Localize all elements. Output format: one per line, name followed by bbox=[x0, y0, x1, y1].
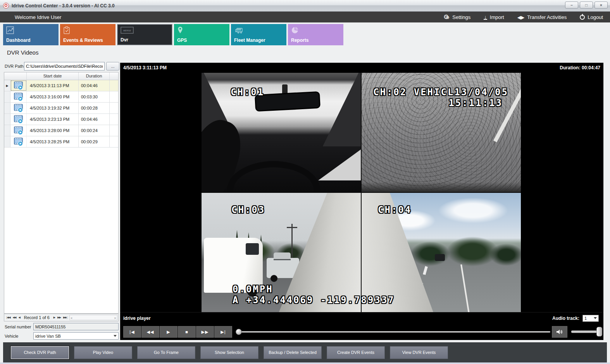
table-row[interactable]: 4/5/2013 3:23:13 PM 00:04:46 bbox=[4, 114, 118, 125]
start-date-cell: 4/5/2013 3:11:13 PM bbox=[27, 80, 79, 91]
import-button[interactable]: ↓ Import bbox=[484, 14, 504, 20]
scroll-right-icon[interactable]: ▶ bbox=[114, 316, 116, 319]
rewind-button[interactable]: ◀◀ bbox=[141, 326, 159, 338]
channel-3-video bbox=[202, 193, 361, 312]
next-record-button[interactable]: ▶ bbox=[53, 316, 55, 319]
clipboard-check-icon bbox=[63, 26, 70, 34]
bottom-action-bar: Check DVR Path Play Video Go To Frame Sh… bbox=[3, 342, 607, 362]
mute-button[interactable] bbox=[552, 326, 567, 338]
column-start-date[interactable]: Start date bbox=[27, 72, 79, 80]
power-icon bbox=[580, 15, 585, 20]
browse-button[interactable]: ... bbox=[106, 62, 119, 70]
table-header: Start date Duration bbox=[4, 72, 118, 80]
trucks-icon bbox=[234, 26, 244, 34]
gps-coordinates-overlay: A +34.444069 -119.789337 bbox=[233, 295, 395, 306]
duration-cell: 00:00:24 bbox=[79, 125, 110, 136]
volume-slider-thumb[interactable] bbox=[596, 327, 602, 337]
serial-number-label: Serial number bbox=[5, 325, 31, 329]
video-display[interactable]: CH:01 CH:02 VEHICL13/04/05 15:11:13 CH:0… bbox=[120, 73, 603, 312]
start-date-cell: 4/5/2013 3:19:32 PM bbox=[27, 103, 79, 113]
go-to-end-button[interactable]: ▶| bbox=[214, 326, 232, 338]
channel-4-overlay: CH:04 bbox=[378, 204, 412, 215]
channel-1-video bbox=[202, 73, 361, 192]
last-record-button[interactable]: ▶▶| bbox=[63, 316, 67, 319]
show-selection-button[interactable]: Show Selection bbox=[200, 346, 258, 359]
seek-slider[interactable] bbox=[236, 331, 550, 333]
app-window: O Idrive Control Center - 3.0.4 version … bbox=[0, 0, 610, 364]
playback-controls: |◀ ◀◀ ▶ ■ ▶▶ ▶| bbox=[120, 324, 603, 340]
vehicle-dropdown[interactable]: idrive Van SB bbox=[33, 332, 119, 340]
stop-button[interactable]: ■ bbox=[178, 326, 196, 338]
tab-fleet-manager[interactable]: Fleet Manager bbox=[231, 24, 286, 45]
logout-button[interactable]: Logout bbox=[580, 14, 603, 20]
record-scrollbar[interactable]: ◀ ▶ bbox=[69, 315, 117, 320]
go-to-frame-button[interactable]: Go To Frame bbox=[137, 346, 195, 359]
tab-events-reviews[interactable]: Events & Reviews bbox=[60, 24, 115, 45]
video-file-icon bbox=[10, 136, 27, 147]
table-row[interactable]: 4/5/2013 3:16:00 PM 00:03:30 bbox=[4, 91, 118, 103]
playback-timestamp: 4/5/2013 3:11:13 PM bbox=[123, 65, 167, 70]
video-file-icon bbox=[10, 80, 27, 91]
table-row[interactable]: 4/5/2013 3:28:00 PM 00:00:24 bbox=[4, 125, 118, 136]
maximize-button[interactable]: □ bbox=[580, 2, 593, 9]
tab-gps[interactable]: GPS bbox=[174, 24, 229, 45]
start-date-cell: 4/5/2013 3:23:13 PM bbox=[27, 114, 79, 125]
start-date-cell: 4/5/2013 3:16:00 PM bbox=[27, 91, 79, 102]
tab-reports[interactable]: Reports bbox=[288, 24, 343, 45]
tab-dashboard[interactable]: Dashboard bbox=[3, 24, 59, 45]
chart-icon bbox=[6, 26, 14, 34]
transfer-activities-button[interactable]: ◀▶ Transfer Activities bbox=[517, 14, 567, 20]
next-page-button[interactable]: ▶▶ bbox=[57, 316, 61, 319]
video-file-icon bbox=[10, 125, 27, 136]
duration-cell: 00:03:30 bbox=[79, 91, 110, 102]
view-dvr-events-button[interactable]: View DVR Events bbox=[390, 346, 448, 359]
dvr-path-input[interactable] bbox=[24, 62, 105, 70]
player-title: idrive player bbox=[123, 316, 151, 321]
speed-overlay: 0.0MPH bbox=[233, 284, 273, 295]
duration-cell: 00:00:28 bbox=[79, 103, 110, 113]
dvr-path-label: DVR Path bbox=[5, 64, 24, 69]
table-row[interactable]: 4/5/2013 3:19:32 PM 00:00:28 bbox=[4, 103, 118, 114]
row-indicator: ▶ bbox=[4, 80, 10, 91]
videos-table: Start date Duration ▶ 4/5/2013 3:11:13 P… bbox=[4, 72, 119, 314]
dvr-list-panel: DVR Path ... Start date Duration ▶ 4/5/2… bbox=[3, 62, 119, 341]
table-row[interactable]: 4/5/2013 3:28:25 PM 00:00:29 bbox=[4, 136, 118, 148]
serial-number-input[interactable] bbox=[33, 323, 119, 330]
play-video-button[interactable]: Play Video bbox=[74, 346, 132, 359]
fast-forward-button[interactable]: ▶▶ bbox=[196, 326, 214, 338]
video-file-icon bbox=[10, 103, 27, 113]
record-counter: Record 1 of 6 bbox=[24, 315, 50, 320]
player-header: 4/5/2013 3:11:13 PM Duration: 00:04:47 bbox=[120, 63, 603, 73]
table-row[interactable]: ▶ 4/5/2013 3:11:13 PM 00:04:46 bbox=[4, 80, 118, 91]
video-file-icon bbox=[10, 91, 27, 102]
check-dvr-path-button[interactable]: Check DVR Path bbox=[11, 346, 69, 359]
duration-cell: 00:04:46 bbox=[79, 114, 110, 125]
backup-delete-button[interactable]: Backup / Delete Selected bbox=[264, 346, 322, 359]
first-record-button[interactable]: |◀◀ bbox=[7, 316, 10, 319]
seek-slider-thumb[interactable] bbox=[236, 329, 242, 335]
speaker-icon bbox=[556, 329, 563, 335]
module-tabs: Dashboard Events & Reviews MERGE Dvr GPS bbox=[3, 24, 343, 45]
dvr-logo-icon: MERGE bbox=[121, 27, 134, 34]
channel-1-overlay: CH:01 bbox=[231, 87, 264, 98]
settings-button[interactable]: ⚙⚙ Settings bbox=[443, 14, 470, 20]
close-button[interactable]: × bbox=[594, 2, 608, 9]
play-button[interactable]: ▶ bbox=[160, 326, 177, 338]
prev-record-button[interactable]: ◀ bbox=[18, 316, 20, 319]
start-date-cell: 4/5/2013 3:28:00 PM bbox=[27, 125, 79, 136]
four-channel-grid: CH:01 CH:02 VEHICL13/04/05 15:11:13 CH:0… bbox=[202, 73, 521, 312]
go-to-start-button[interactable]: |◀ bbox=[123, 326, 141, 338]
titlebar: O Idrive Control Center - 3.0.4 version … bbox=[0, 0, 610, 12]
channel-3-overlay: CH:03 bbox=[231, 204, 265, 215]
video-file-icon bbox=[10, 114, 27, 125]
minimize-button[interactable]: – bbox=[565, 2, 578, 9]
audio-track-dropdown[interactable]: 1 bbox=[582, 315, 599, 322]
tab-dvr[interactable]: MERGE Dvr bbox=[117, 24, 172, 45]
scroll-left-icon[interactable]: ◀ bbox=[71, 316, 72, 319]
record-navigator: |◀◀ ◀◀ ◀ Record 1 of 6 ▶ ▶▶ ▶▶| ◀ ▶ bbox=[4, 314, 119, 321]
prev-page-button[interactable]: ◀◀ bbox=[13, 316, 16, 319]
gears-icon: ⚙⚙ bbox=[443, 14, 450, 20]
column-duration[interactable]: Duration bbox=[79, 72, 110, 80]
create-dvr-events-button[interactable]: Create DVR Events bbox=[327, 346, 385, 359]
volume-slider[interactable] bbox=[571, 330, 601, 333]
